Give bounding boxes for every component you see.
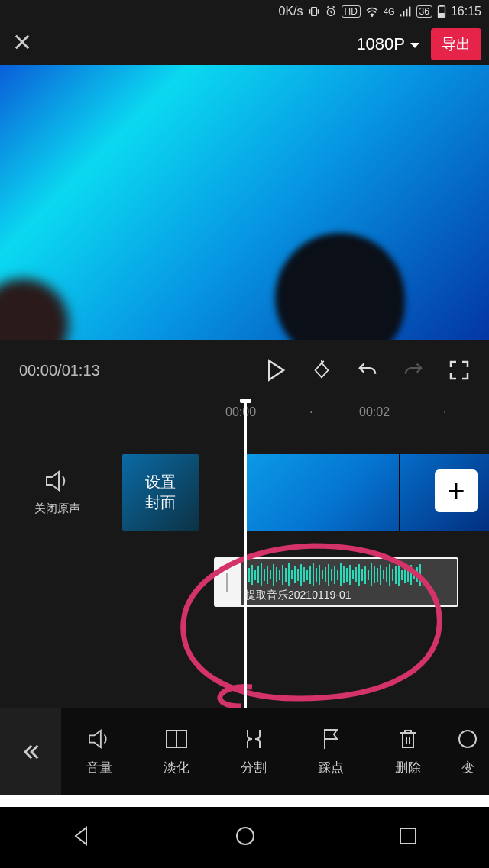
audio-track[interactable]: 提取音乐20210119-01 xyxy=(214,557,458,607)
play-button[interactable] xyxy=(265,360,287,381)
bottom-toolbar: 音量 淡化 分割 踩点 删除 xyxy=(0,708,489,795)
ruler-dot: · xyxy=(309,405,313,419)
timeline[interactable]: 关闭原声 设置 封面 + 提取音乐20210119-01 xyxy=(0,428,489,710)
nav-home-button[interactable] xyxy=(234,824,257,850)
nav-back-button[interactable] xyxy=(71,825,92,850)
net-gen: 4G xyxy=(384,7,395,16)
tool-split[interactable]: 分割 xyxy=(215,727,293,776)
tool-fade[interactable]: 淡化 xyxy=(138,727,215,776)
svg-rect-9 xyxy=(439,14,444,18)
trash-icon xyxy=(398,727,418,751)
fade-icon xyxy=(165,727,188,751)
svg-rect-0 xyxy=(311,8,316,16)
ruler-tick: 00:00 xyxy=(225,405,256,419)
svg-rect-8 xyxy=(440,5,443,6)
ruler-tick: 00:02 xyxy=(359,405,390,419)
collapse-toolbar-button[interactable] xyxy=(0,708,61,795)
playback-row: 00:00/01:13 xyxy=(0,340,489,401)
set-cover-button[interactable]: 设置 封面 xyxy=(122,454,199,531)
clock-time: 16:15 xyxy=(451,5,481,18)
time-display: 00:00/01:13 xyxy=(19,362,250,379)
svg-point-11 xyxy=(459,731,476,747)
tool-speed[interactable]: 变 xyxy=(447,727,489,776)
tool-beat[interactable]: 踩点 xyxy=(293,727,370,776)
tool-volume[interactable]: 音量 xyxy=(61,727,138,776)
flag-icon xyxy=(321,727,341,751)
audio-waveform xyxy=(241,563,457,587)
keyframe-button[interactable] xyxy=(311,360,332,381)
battery-badge: 36 xyxy=(416,5,432,18)
battery-icon xyxy=(437,5,446,18)
vibrate-icon xyxy=(308,5,320,18)
export-button[interactable]: 导出 xyxy=(431,28,481,60)
system-nav-bar xyxy=(0,807,489,868)
svg-rect-6 xyxy=(409,7,410,17)
audio-clip-label: 提取音乐20210119-01 xyxy=(245,589,452,602)
audio-handle[interactable] xyxy=(214,557,241,607)
net-speed: 0K/s xyxy=(279,5,303,18)
svg-point-12 xyxy=(237,828,254,844)
status-bar: 0K/s HD 4G 36 16:15 xyxy=(0,0,489,23)
fullscreen-button[interactable] xyxy=(449,360,470,381)
svg-rect-13 xyxy=(400,828,416,844)
signal-icon xyxy=(400,6,412,17)
wifi-icon xyxy=(365,6,379,17)
top-bar: 1080P 导出 xyxy=(0,23,489,65)
mute-original-button[interactable]: 关闭原声 xyxy=(23,469,92,516)
redo-button[interactable] xyxy=(403,360,424,381)
resolution-selector[interactable]: 1080P xyxy=(356,34,420,54)
alarm-icon xyxy=(325,5,337,18)
playhead[interactable] xyxy=(244,401,247,718)
tool-delete[interactable]: 删除 xyxy=(370,727,447,776)
mute-label: 关闭原声 xyxy=(23,502,92,516)
svg-rect-3 xyxy=(400,14,401,16)
split-icon xyxy=(243,727,264,751)
caret-down-icon xyxy=(410,34,420,54)
footer-strip xyxy=(0,795,489,807)
plus-icon: + xyxy=(447,474,465,508)
speed-icon xyxy=(457,727,478,751)
svg-rect-5 xyxy=(406,9,407,17)
hd-badge: HD xyxy=(342,5,361,18)
svg-point-2 xyxy=(371,15,372,16)
video-preview[interactable] xyxy=(0,65,489,340)
speaker-icon xyxy=(44,482,70,495)
nav-recents-button[interactable] xyxy=(398,826,418,849)
add-clip-button[interactable]: + xyxy=(435,469,478,512)
svg-rect-4 xyxy=(403,11,404,16)
ruler-dot: · xyxy=(443,405,446,419)
resolution-label: 1080P xyxy=(356,34,405,54)
undo-button[interactable] xyxy=(357,360,378,381)
speaker-icon xyxy=(87,727,112,751)
close-button[interactable] xyxy=(11,29,33,59)
